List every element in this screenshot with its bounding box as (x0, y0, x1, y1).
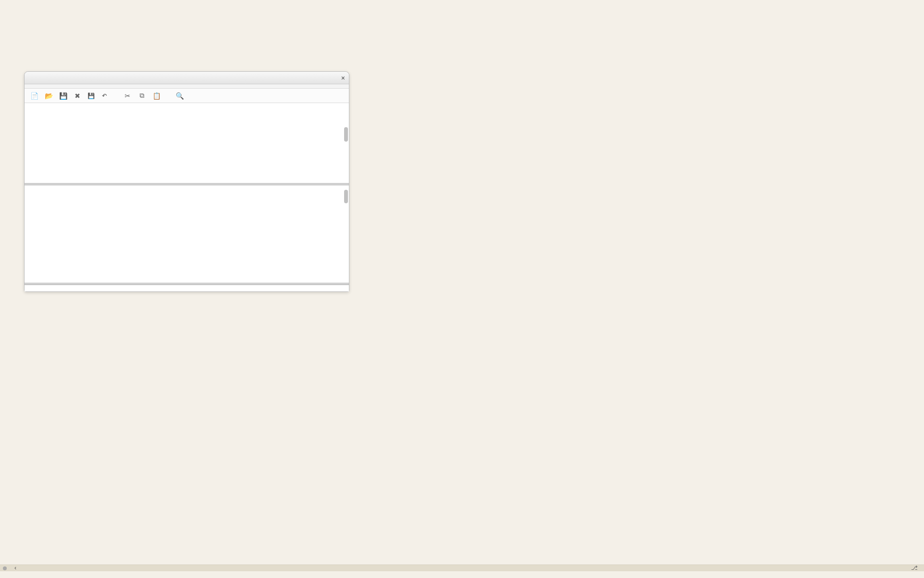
scrollbar-thumb[interactable] (344, 190, 348, 203)
close-file-icon[interactable]: ✖ (73, 91, 82, 101)
search-icon[interactable]: 🔍 (175, 91, 184, 101)
branch-icon: ⎇ (911, 565, 921, 572)
which-key-line (0, 571, 924, 578)
save-icon[interactable]: 💾 (58, 91, 68, 101)
info-heading (25, 188, 349, 197)
buffer-info[interactable] (25, 186, 349, 283)
new-file-icon[interactable]: 📄 (29, 91, 39, 101)
buffer-lisp[interactable] (25, 103, 349, 183)
undo-button[interactable]: ↶ (101, 92, 109, 100)
status-dot-icon (3, 566, 7, 570)
emacs-window: × 📄 📂 💾 ✖ 💾 ↶ ✂ ⧉ 📋 🔍 (24, 71, 349, 292)
scrollbar-thumb[interactable] (344, 127, 348, 142)
main-mode-line: ‹ ⎇ (0, 565, 924, 571)
close-icon[interactable]: × (341, 74, 345, 82)
minibuffer[interactable] (25, 285, 349, 291)
menu-bar (25, 84, 349, 89)
toolbar: 📄 📂 💾 ✖ 💾 ↶ ✂ ⧉ 📋 🔍 (25, 89, 349, 103)
paste-icon[interactable]: 📋 (152, 91, 161, 101)
cut-icon[interactable]: ✂ (123, 91, 132, 101)
copy-icon[interactable]: ⧉ (137, 91, 147, 101)
undo-icon: ↶ (101, 92, 108, 100)
open-file-icon[interactable]: 📂 (44, 91, 53, 101)
save-disk-icon: 💾 (87, 92, 95, 100)
save-button[interactable]: 💾 (87, 92, 96, 100)
window-titlebar[interactable]: × (25, 72, 349, 84)
